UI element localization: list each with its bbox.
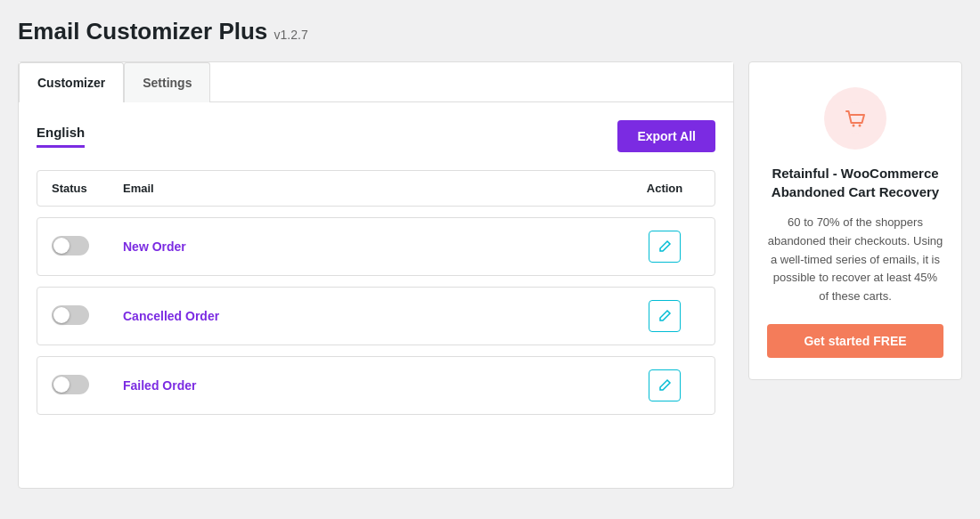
email-row-failed-order: Failed Order — [37, 356, 715, 415]
edit-button-new-order[interactable] — [649, 231, 681, 263]
version-text: v1.2.7 — [274, 28, 308, 42]
export-all-button[interactable]: Export All — [617, 120, 715, 152]
pencil-icon — [657, 378, 672, 393]
main-layout: Customizer Settings English Export All S… — [18, 61, 962, 489]
header-status: Status — [52, 182, 123, 195]
action-failed-order — [629, 369, 700, 401]
lang-export-row: English Export All — [37, 120, 715, 152]
page-title: Email Customizer Plus v1.2.7 — [18, 18, 962, 45]
title-text: Email Customizer Plus — [18, 18, 267, 45]
svg-point-2 — [859, 125, 862, 127]
header-email: Email — [123, 182, 629, 195]
table-header: Status Email Action — [37, 170, 715, 207]
email-row-new-order: New Order — [37, 217, 715, 276]
toggle-thumb — [53, 307, 69, 323]
tabs-bar: Customizer Settings — [19, 62, 733, 102]
status-toggle-new-order[interactable] — [52, 236, 123, 258]
status-toggle-cancelled-order[interactable] — [52, 305, 123, 328]
action-new-order — [629, 231, 700, 263]
action-cancelled-order — [629, 300, 700, 332]
email-label-new-order: New Order — [123, 239, 629, 254]
svg-point-1 — [853, 125, 855, 127]
toggle-thumb — [53, 377, 69, 393]
tab-customizer[interactable]: Customizer — [19, 62, 124, 102]
email-label-cancelled-order: Cancelled Order — [123, 309, 629, 323]
left-panel: Customizer Settings English Export All S… — [18, 61, 734, 489]
header-action: Action — [629, 182, 700, 195]
pencil-icon — [657, 239, 672, 254]
email-label-failed-order: Failed Order — [123, 378, 629, 393]
ad-description: 60 to 70% of the shoppers abandoned thei… — [767, 214, 943, 306]
svg-point-0 — [839, 102, 871, 134]
toggle-cancelled-order[interactable] — [52, 305, 89, 325]
edit-button-cancelled-order[interactable] — [649, 300, 681, 332]
email-row-cancelled-order: Cancelled Order — [37, 287, 715, 345]
toggle-new-order[interactable] — [52, 236, 89, 255]
status-toggle-failed-order[interactable] — [52, 375, 123, 397]
ad-icon-circle — [824, 87, 886, 150]
ad-panel: Retainful - WooCommerce Abandoned Cart R… — [748, 61, 962, 380]
ad-title: Retainful - WooCommerce Abandoned Cart R… — [767, 164, 943, 201]
cart-icon — [839, 102, 871, 134]
toggle-failed-order[interactable] — [52, 375, 89, 394]
tab-settings[interactable]: Settings — [124, 62, 210, 102]
language-tab[interactable]: English — [37, 125, 85, 148]
pencil-icon — [657, 309, 672, 323]
ad-cta-button[interactable]: Get started FREE — [767, 324, 943, 358]
content-area: English Export All Status Email Action N… — [19, 102, 733, 443]
edit-button-failed-order[interactable] — [649, 369, 681, 401]
toggle-thumb — [53, 238, 69, 254]
